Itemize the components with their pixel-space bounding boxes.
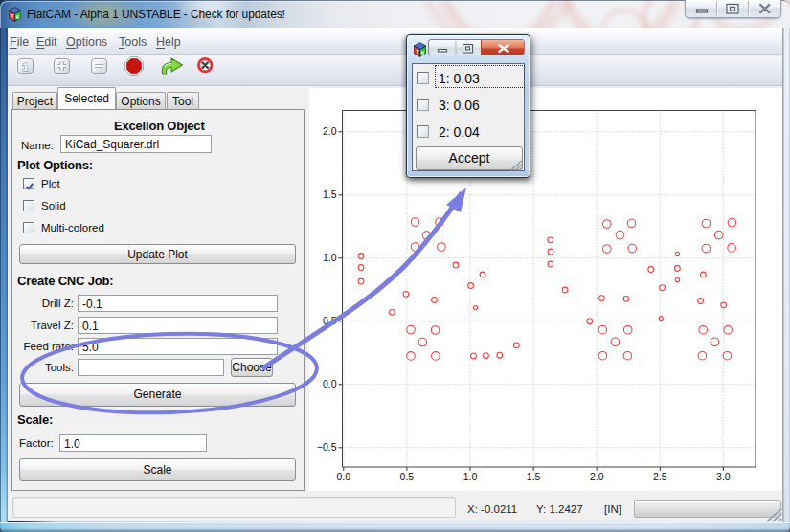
svg-text:0.0: 0.0 <box>336 471 350 482</box>
svg-text:1.0: 1.0 <box>323 252 337 263</box>
svg-text:1.5: 1.5 <box>527 471 541 482</box>
svg-text:3.0: 3.0 <box>716 471 731 482</box>
svg-text:K: K <box>16 14 20 20</box>
svg-text:2.0: 2.0 <box>590 471 604 482</box>
svg-text:K: K <box>421 50 425 55</box>
svg-text:0.0: 0.0 <box>323 378 337 389</box>
svg-text:0.5: 0.5 <box>400 471 415 482</box>
svg-text:2.0: 2.0 <box>323 125 337 137</box>
svg-text:2.5: 2.5 <box>653 471 667 482</box>
svg-text:1.0: 1.0 <box>463 471 478 482</box>
svg-text:−0.5: −0.5 <box>317 441 337 453</box>
svg-text:1.5: 1.5 <box>323 188 337 200</box>
svg-text:0.5: 0.5 <box>323 315 337 326</box>
